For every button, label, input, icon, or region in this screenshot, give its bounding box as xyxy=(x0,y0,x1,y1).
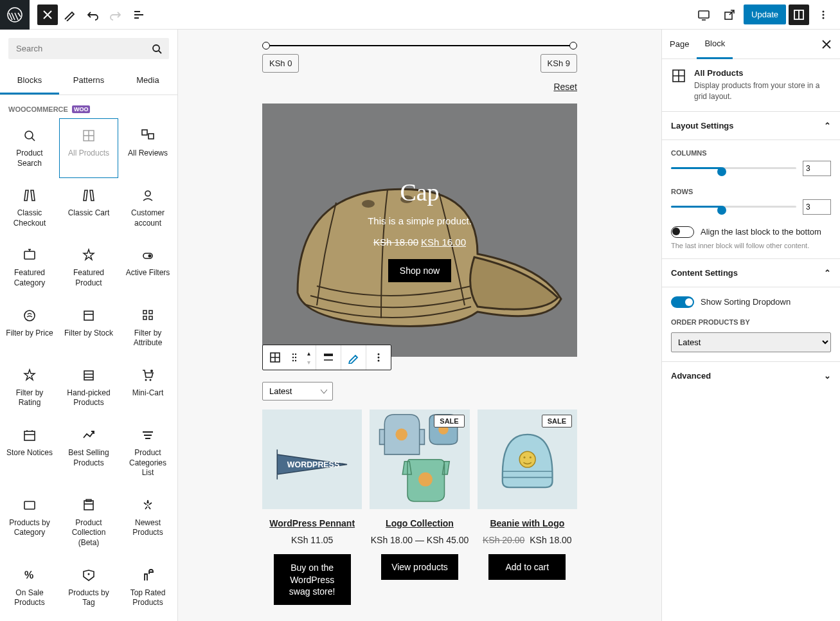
inserter-block-best-selling-products[interactable]: Best Selling Products xyxy=(59,418,118,488)
product-action-button[interactable]: View products xyxy=(381,554,458,580)
inserter-block-reviews-by-product[interactable]: Reviews by Product xyxy=(118,618,177,621)
settings-sidebar-toggle[interactable] xyxy=(789,4,809,25)
product-image[interactable]: SALE xyxy=(478,410,577,509)
sidebar-close-icon[interactable] xyxy=(818,36,835,53)
block-icon xyxy=(140,248,156,263)
inserter-block-filter-by-stock[interactable]: Filter by Stock xyxy=(59,298,118,358)
external-preview-icon[interactable] xyxy=(718,3,741,26)
layout-settings-panel[interactable]: Layout Settings ⌃ xyxy=(662,112,840,140)
rows-slider[interactable] xyxy=(671,206,796,208)
shop-now-button[interactable]: Shop now xyxy=(388,259,451,282)
outline-icon[interactable] xyxy=(127,3,150,26)
tab-media[interactable]: Media xyxy=(118,68,177,94)
drag-handle-icon[interactable] xyxy=(287,345,301,370)
product-card: SALELogo CollectionKSh 18.00 — KSh 45.00… xyxy=(370,410,469,605)
product-image[interactable]: SALE xyxy=(370,410,469,509)
woo-badge: Woo xyxy=(72,105,91,113)
move-down-icon[interactable]: ▾ xyxy=(303,357,314,366)
more-options-icon[interactable] xyxy=(812,3,835,26)
svg-point-47 xyxy=(295,360,296,361)
inserter-block-products-by-attribute[interactable]: Products by Attribute xyxy=(0,618,59,621)
align-last-label: Align the last block to the bottom xyxy=(701,227,821,237)
inserter-block-filter-by-rating[interactable]: Filter by Rating xyxy=(0,358,59,418)
device-preview-icon[interactable] xyxy=(692,3,715,26)
chevron-up-icon: ⌃ xyxy=(824,268,831,278)
move-up-icon[interactable]: ▴ xyxy=(303,348,314,357)
block-label: Product Search xyxy=(4,148,55,168)
block-label: Classic Cart xyxy=(68,208,110,219)
inserter-block-products-by-tag[interactable]: Products by Tag xyxy=(59,558,118,618)
edit-icon[interactable] xyxy=(341,345,366,370)
svg-rect-28 xyxy=(84,501,93,510)
block-icon xyxy=(140,428,156,443)
product-price: KSh 20.00 KSh 18.00 xyxy=(478,535,577,545)
inserter-block-featured-product[interactable]: Featured Product xyxy=(59,238,118,298)
wordpress-logo[interactable] xyxy=(0,0,30,30)
inserter-block-all-reviews[interactable]: All Reviews xyxy=(118,118,177,178)
redo-icon[interactable] xyxy=(104,3,127,26)
block-label: Featured Category xyxy=(4,268,55,288)
undo-icon[interactable] xyxy=(81,3,104,26)
inserter-block-products-by-category[interactable]: Products by Category xyxy=(0,488,59,558)
reset-link[interactable]: Reset xyxy=(262,82,577,92)
inserter-block-reviews-by-category[interactable]: Reviews by Category xyxy=(59,618,118,621)
close-inserter-button[interactable] xyxy=(37,4,58,25)
block-type-icon[interactable] xyxy=(263,345,287,370)
svg-rect-17 xyxy=(84,311,93,320)
rows-input[interactable] xyxy=(803,199,831,215)
inserter-block-customer-account[interactable]: Customer account xyxy=(118,178,177,238)
inserter-block-product-collection-beta-[interactable]: Product Collection (Beta) xyxy=(59,488,118,558)
sort-dropdown[interactable]: Latest xyxy=(262,382,333,401)
sorting-toggle[interactable] xyxy=(671,296,694,308)
product-title[interactable]: WordPress Pennant xyxy=(262,518,362,528)
product-title[interactable]: Logo Collection xyxy=(370,518,469,528)
block-label: Classic Checkout xyxy=(4,208,55,228)
inserter-search-input[interactable] xyxy=(8,38,169,59)
product-action-button[interactable]: Add to cart xyxy=(488,554,566,580)
svg-point-46 xyxy=(292,360,294,361)
product-action-button[interactable]: Buy on the WordPress swag store! xyxy=(274,554,351,605)
align-last-toggle[interactable] xyxy=(671,226,694,238)
sidebar-tab-block[interactable]: Block xyxy=(697,30,733,59)
tab-blocks[interactable]: Blocks xyxy=(0,68,59,94)
block-icon xyxy=(81,248,96,263)
inserter-block-hand-picked-products[interactable]: Hand-picked Products xyxy=(59,358,118,418)
inserter-block-on-sale-products[interactable]: %On Sale Products xyxy=(0,558,59,618)
inserter-block-classic-checkout[interactable]: Classic Checkout xyxy=(0,178,59,238)
inserter-block-top-rated-products[interactable]: Top Rated Products xyxy=(118,558,177,618)
inserter-block-store-notices[interactable]: Store Notices xyxy=(0,418,59,488)
inserter-block-newest-products[interactable]: Newest Products xyxy=(118,488,177,558)
block-more-icon[interactable] xyxy=(366,345,391,370)
tools-icon[interactable] xyxy=(58,3,81,26)
inserter-block-active-filters[interactable]: Active Filters xyxy=(118,238,177,298)
block-icon xyxy=(671,68,686,102)
inserter-block-featured-category[interactable]: Featured Category xyxy=(0,238,59,298)
inserter-block-all-products[interactable]: All Products xyxy=(59,118,118,178)
rows-label: ROWS xyxy=(671,188,831,195)
inserter-block-product-categories-list[interactable]: Product Categories List xyxy=(118,418,177,488)
inserter-block-filter-by-attribute[interactable]: Filter by Attribute xyxy=(118,298,177,358)
svg-point-6 xyxy=(823,17,825,19)
tab-patterns[interactable]: Patterns xyxy=(59,68,118,94)
inserter-block-filter-by-price[interactable]: Filter by Price xyxy=(0,298,59,358)
price-range-slider[interactable] xyxy=(262,41,577,50)
order-by-select[interactable]: Latest xyxy=(671,332,831,352)
columns-input[interactable] xyxy=(803,161,831,176)
product-title[interactable]: Beanie with Logo xyxy=(478,518,577,528)
block-label: Customer account xyxy=(123,208,173,228)
featured-product-hero[interactable]: Cap This is a simple product. KSh 18.00K… xyxy=(262,104,577,357)
inserter-block-product-search[interactable]: Product Search xyxy=(0,118,59,178)
block-label: Filter by Attribute xyxy=(123,328,173,348)
svg-rect-19 xyxy=(149,310,152,314)
block-toolbar: ▴ ▾ xyxy=(262,345,391,370)
sidebar-tab-page[interactable]: Page xyxy=(662,30,697,58)
svg-point-44 xyxy=(292,357,294,358)
inserter-block-mini-cart[interactable]: Mini-Cart xyxy=(118,358,177,418)
inserter-block-classic-cart[interactable]: Classic Cart xyxy=(59,178,118,238)
content-settings-panel[interactable]: Content Settings ⌃ xyxy=(662,259,840,287)
advanced-panel[interactable]: Advanced ⌄ xyxy=(662,362,840,390)
update-button[interactable]: Update xyxy=(744,4,786,24)
align-icon[interactable] xyxy=(316,345,341,370)
columns-slider[interactable] xyxy=(671,167,796,169)
product-image[interactable]: WORDPRESS xyxy=(262,410,362,509)
